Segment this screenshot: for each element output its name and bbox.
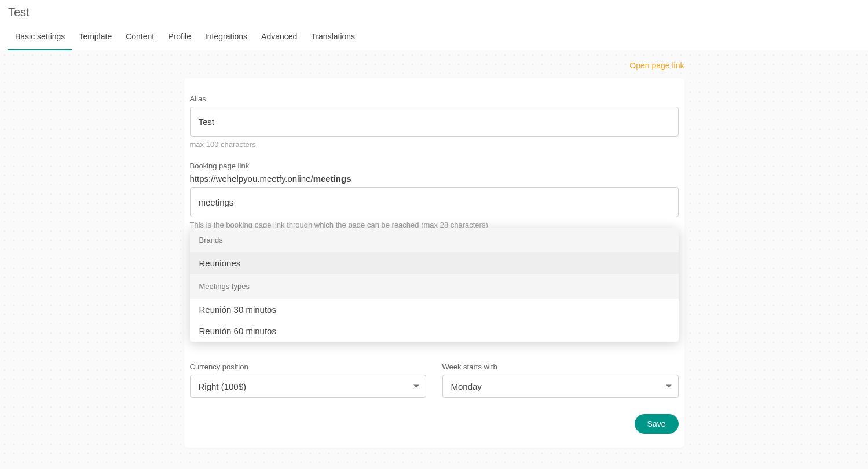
settings-card: Alias max 100 characters Booking page li… bbox=[184, 78, 684, 448]
open-page-link[interactable]: Open page link bbox=[629, 61, 684, 70]
page-title: Test bbox=[8, 6, 860, 19]
tab-template[interactable]: Template bbox=[72, 26, 119, 50]
dropdown-option-reunion-60[interactable]: Reunión 60 minutos bbox=[190, 320, 679, 342]
currency-position-select[interactable]: Right (100$) bbox=[190, 375, 426, 398]
currency-position-label: Currency position bbox=[190, 362, 426, 371]
top-link-row: Open page link bbox=[184, 61, 684, 70]
booking-slug-input[interactable] bbox=[190, 187, 679, 217]
alias-field-group: Alias max 100 characters bbox=[190, 94, 679, 149]
dropdown-option-reunion-30[interactable]: Reunión 30 minutos bbox=[190, 299, 679, 320]
tab-content[interactable]: Content bbox=[119, 26, 161, 50]
bottom-row: Currency position Right (100$) Week star… bbox=[190, 362, 679, 398]
chevron-down-icon bbox=[666, 385, 672, 388]
dropdown-panel: Brands Reuniones Meetings types Reunión … bbox=[190, 228, 679, 342]
tab-integrations[interactable]: Integrations bbox=[198, 26, 254, 50]
dropdown-group-brands: Brands bbox=[190, 228, 679, 252]
currency-position-value: Right (100$) bbox=[190, 375, 426, 398]
booking-url-base: https://wehelpyou.meetfy.online/ bbox=[190, 174, 313, 184]
alias-helper: max 100 characters bbox=[190, 140, 679, 149]
tab-translations[interactable]: Translations bbox=[304, 26, 362, 50]
dropdown-group-meetings-types: Meetings types bbox=[190, 274, 679, 299]
save-button[interactable]: Save bbox=[635, 414, 679, 434]
content-area: Open page link Alias max 100 characters … bbox=[0, 50, 868, 469]
booking-url-preview: https://wehelpyou.meetfy.online/meetings bbox=[190, 174, 679, 184]
week-starts-col: Week starts with Monday bbox=[442, 362, 679, 398]
tab-basic-settings[interactable]: Basic settings bbox=[8, 26, 72, 50]
chevron-down-icon bbox=[413, 385, 419, 388]
booking-link-field-group: Booking page link https://wehelpyou.meet… bbox=[190, 162, 679, 229]
booking-link-label: Booking page link bbox=[190, 162, 679, 170]
week-starts-label: Week starts with bbox=[442, 362, 679, 371]
tabs-bar: Basic settings Template Content Profile … bbox=[8, 26, 860, 50]
tab-advanced[interactable]: Advanced bbox=[254, 26, 304, 50]
actions-row: Save bbox=[190, 414, 679, 434]
header: Test Basic settings Template Content Pro… bbox=[0, 0, 868, 50]
currency-position-col: Currency position Right (100$) bbox=[190, 362, 426, 398]
week-starts-select[interactable]: Monday bbox=[442, 375, 679, 398]
week-starts-value: Monday bbox=[442, 375, 679, 398]
alias-label: Alias bbox=[190, 94, 679, 103]
dropdown-option-reuniones[interactable]: Reuniones bbox=[190, 252, 679, 274]
tab-profile[interactable]: Profile bbox=[161, 26, 198, 50]
booking-url-slug: meetings bbox=[313, 174, 351, 184]
alias-input[interactable] bbox=[190, 107, 679, 137]
